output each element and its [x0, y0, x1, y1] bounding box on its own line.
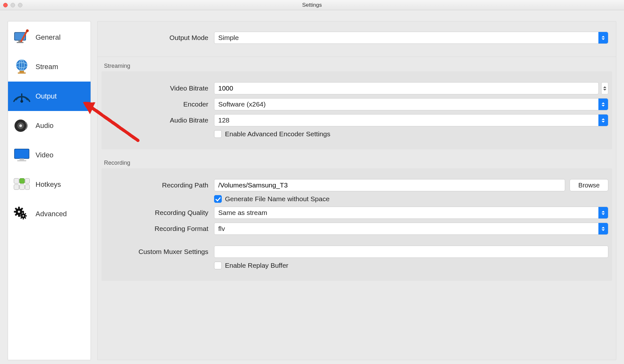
streaming-group-title: Streaming: [98, 57, 616, 71]
svg-rect-16: [20, 159, 24, 160]
browse-button-label: Browse: [578, 182, 600, 189]
recording-format-label: Recording Format: [105, 225, 214, 233]
general-icon: [12, 28, 32, 47]
recording-quality-label: Recording Quality: [105, 209, 214, 217]
recording-path-label: Recording Path: [105, 181, 214, 189]
minimize-window-button[interactable]: [11, 3, 15, 7]
output-mode-value: Simple: [218, 34, 239, 42]
sidebar-item-advanced[interactable]: Advanced: [8, 199, 91, 229]
recording-format-select[interactable]: flv: [214, 223, 608, 235]
svg-rect-8: [20, 71, 24, 72]
video-bitrate-input[interactable]: [214, 82, 599, 94]
output-mode-select[interactable]: Simple: [214, 32, 608, 44]
output-icon: [12, 86, 32, 106]
recording-quality-value: Same as stream: [218, 209, 267, 217]
hotkeys-icon: [12, 175, 32, 194]
sidebar-item-general[interactable]: General: [8, 23, 91, 52]
checkbox-checked-icon: [214, 195, 222, 203]
video-bitrate-label: Video Bitrate: [105, 84, 214, 92]
recording-path-input[interactable]: [214, 179, 565, 191]
recording-quality-select[interactable]: Same as stream: [214, 207, 608, 219]
enable-replay-buffer-checkbox[interactable]: Enable Replay Buffer: [214, 262, 288, 269]
sidebar-item-video[interactable]: Video: [8, 140, 91, 170]
close-window-button[interactable]: [3, 3, 8, 7]
browse-button[interactable]: Browse: [570, 179, 608, 191]
sidebar-item-stream[interactable]: Stream: [8, 52, 91, 82]
titlebar: Settings: [0, 0, 624, 10]
svg-rect-20: [25, 178, 30, 184]
sidebar-item-label: Output: [36, 92, 57, 100]
encoder-select[interactable]: Software (x264): [214, 98, 608, 110]
audio-bitrate-select[interactable]: 128: [214, 114, 608, 126]
sidebar-item-label: Advanced: [36, 210, 67, 218]
svg-rect-17: [17, 160, 26, 162]
recording-group: Recording Path Browse Generate File Name…: [101, 168, 612, 281]
encoder-value: Software (x264): [218, 100, 266, 108]
recording-group-title: Recording: [98, 154, 616, 168]
dropdown-arrows-icon: [598, 99, 608, 110]
window-controls: [3, 3, 22, 7]
settings-panel: Output Mode Simple Streaming Video Bitra…: [97, 21, 616, 360]
sidebar-item-label: Stream: [36, 63, 58, 71]
svg-point-35: [22, 215, 24, 217]
generate-filename-nospace-checkbox[interactable]: Generate File Name without Space: [214, 195, 330, 203]
svg-rect-22: [20, 185, 25, 190]
dropdown-arrows-icon: [598, 115, 608, 126]
sidebar-item-label: General: [36, 33, 60, 42]
custom-muxer-input[interactable]: [214, 246, 608, 258]
svg-rect-15: [14, 149, 29, 159]
checkbox-icon: [214, 262, 222, 269]
dropdown-arrows-icon: [598, 207, 608, 218]
svg-rect-18: [14, 178, 19, 184]
svg-rect-19: [20, 178, 25, 184]
svg-point-29: [18, 211, 20, 213]
enable-advanced-encoder-label: Enable Advanced Encoder Settings: [225, 130, 330, 138]
svg-rect-2: [17, 42, 23, 43]
zoom-window-button[interactable]: [18, 3, 22, 7]
stream-icon: [12, 57, 32, 77]
video-icon: [12, 145, 32, 165]
stepper-arrows-icon[interactable]: [601, 82, 608, 94]
sidebar-item-hotkeys[interactable]: Hotkeys: [8, 170, 91, 199]
audio-bitrate-label: Audio Bitrate: [105, 116, 214, 124]
settings-sidebar: General Stream Output Audio Video: [8, 21, 91, 360]
audio-bitrate-value: 128: [218, 116, 229, 124]
output-mode-label: Output Mode: [105, 34, 214, 42]
streaming-group: Video Bitrate Encoder Software (x264): [101, 71, 612, 149]
svg-point-4: [26, 29, 29, 32]
svg-point-14: [19, 124, 22, 127]
svg-rect-23: [25, 185, 30, 190]
sidebar-item-label: Hotkeys: [36, 180, 61, 189]
video-bitrate-stepper[interactable]: [214, 82, 608, 94]
advanced-icon: [12, 204, 32, 224]
sidebar-item-output[interactable]: Output: [8, 82, 91, 111]
generate-filename-nospace-label: Generate File Name without Space: [225, 195, 330, 203]
dropdown-arrows-icon: [598, 32, 608, 44]
sidebar-item-audio[interactable]: Audio: [8, 111, 91, 140]
svg-rect-9: [18, 73, 26, 74]
sidebar-item-label: Video: [36, 151, 53, 159]
custom-muxer-label: Custom Muxer Settings: [105, 248, 214, 256]
audio-icon: [12, 116, 32, 136]
window-title: Settings: [302, 2, 322, 8]
enable-replay-buffer-label: Enable Replay Buffer: [225, 262, 288, 269]
dropdown-arrows-icon: [598, 223, 608, 234]
sidebar-item-label: Audio: [36, 122, 53, 130]
svg-rect-21: [14, 185, 19, 190]
encoder-label: Encoder: [105, 100, 214, 108]
checkbox-icon: [214, 130, 222, 138]
enable-advanced-encoder-checkbox[interactable]: Enable Advanced Encoder Settings: [214, 130, 330, 138]
recording-format-value: flv: [218, 225, 225, 233]
